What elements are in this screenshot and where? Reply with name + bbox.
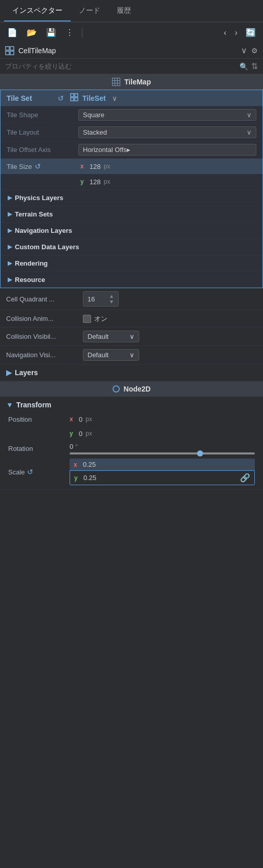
tab-history[interactable]: 履歴 [108, 1, 139, 21]
collision-visib-row: Collision Visibil... Default ∨ [0, 328, 263, 346]
terrain-sets-section[interactable]: ▶ Terrain Sets [1, 206, 262, 223]
scale-x-value[interactable]: 0.25 [83, 461, 96, 468]
tile-shape-dropdown[interactable]: Square ∨ [78, 109, 256, 121]
navigation-visi-value: Default ∨ [83, 349, 257, 361]
filter-icon[interactable]: ⇅ [251, 61, 258, 71]
custom-data-layers-section[interactable]: ▶ Custom Data Layers [1, 239, 262, 255]
layers-section[interactable]: ▶ Layers [0, 364, 263, 381]
tile-offset-axis-value: Horizontal Offs▸ [78, 144, 256, 156]
search-bar: 🔍 ⇅ [0, 59, 263, 74]
next-button[interactable]: › [232, 26, 240, 39]
resource-arrow: ▶ [8, 276, 12, 283]
tile-size-section: Tile Size ↺ x 128 px y 128 px [1, 159, 262, 190]
tile-size-x-unit: px [104, 163, 111, 170]
search-icon: 🔍 [239, 62, 248, 71]
tile-offset-axis-dropdown[interactable]: Horizontal Offs▸ [78, 144, 256, 156]
rotation-value[interactable]: 0 [70, 443, 73, 450]
scale-reset-icon[interactable]: ↺ [27, 468, 33, 476]
spinner-arrows: ▲▼ [109, 293, 114, 305]
link-icon[interactable]: 🔗 [240, 473, 250, 483]
prev-button[interactable]: ‹ [221, 26, 229, 39]
position-label: Position [8, 416, 70, 423]
tile-shape-label: Tile Shape [7, 111, 78, 119]
collision-anim-label: Collision Anim... [6, 315, 83, 322]
tile-size-y-value[interactable]: 128 [90, 178, 101, 186]
tileset-grid-icon [70, 93, 78, 103]
layers-header: ▶ Layers [6, 368, 257, 377]
menu-button[interactable]: ⋮ [62, 26, 77, 39]
terrain-sets-arrow: ▶ [8, 211, 12, 218]
svg-rect-0 [6, 47, 9, 50]
navigation-layers-section[interactable]: ▶ Navigation Layers [1, 223, 262, 239]
collision-anim-checkbox[interactable] [83, 315, 91, 323]
open-button[interactable]: 📂 [24, 26, 40, 39]
transform-arrow: ▼ [6, 401, 13, 409]
tileset-value: ↺ TileSet ∨ [58, 93, 256, 103]
layers-label: Layers [15, 368, 38, 377]
scale-x-row: x 0.25 [70, 459, 255, 470]
search-input[interactable] [5, 62, 236, 70]
tileset-name[interactable]: TileSet [82, 94, 106, 102]
rendering-arrow: ▶ [8, 260, 12, 267]
node-config-icon[interactable]: ⚙ [251, 47, 258, 55]
svg-rect-5 [75, 94, 78, 97]
position-y-row: y 0 px [6, 426, 257, 441]
cell-quadrant-label: Cell Quadrant ... [6, 295, 83, 303]
tile-size-y-unit: px [104, 178, 111, 185]
cell-quadrant-number: 16 [87, 295, 95, 303]
position-y-unit: px [85, 430, 92, 437]
rotation-thumb [197, 450, 203, 457]
tileset-reset-icon[interactable]: ↺ [58, 94, 64, 102]
tile-layout-text: Stacked [83, 128, 107, 136]
rendering-section[interactable]: ▶ Rendering [1, 255, 262, 272]
transform-header: ▼ Transform [6, 401, 257, 409]
tileset-panel: Tile Set ↺ TileSet ∨ Tile Shape Square ∨ [0, 90, 263, 288]
tilemap-title: TileMap [124, 78, 151, 86]
tile-size-y-label: y [80, 178, 86, 185]
tab-inspector[interactable]: インスペクター [4, 1, 71, 21]
collision-visib-arrow: ∨ [129, 333, 135, 340]
svg-rect-7 [75, 98, 78, 101]
node-name: CellTileMap [18, 47, 237, 55]
collision-visib-dropdown[interactable]: Default ∨ [83, 331, 139, 342]
collision-visib-text: Default [87, 333, 108, 340]
physics-layers-label: Physics Layers [15, 194, 63, 202]
cell-quadrant-spinner[interactable]: 16 ▲▼ [83, 291, 119, 307]
tile-layout-row: Tile Layout Stacked ∨ [1, 124, 262, 141]
navigation-visi-row: Navigation Visi... Default ∨ [0, 346, 263, 364]
navigation-layers-arrow: ▶ [8, 227, 12, 234]
svg-rect-3 [10, 51, 14, 55]
svg-rect-2 [6, 51, 9, 55]
scale-y-value[interactable]: 0.25 [83, 474, 96, 482]
tileset-dropdown-arrow[interactable]: ∨ [112, 94, 117, 102]
tile-size-y-row: y 128 px [1, 174, 262, 189]
tile-shape-arrow: ∨ [247, 111, 252, 119]
navigation-visi-dropdown[interactable]: Default ∨ [83, 349, 139, 361]
resource-section[interactable]: ▶ Resource [1, 272, 262, 288]
collision-visib-value: Default ∨ [83, 331, 257, 342]
settings-button[interactable]: 🔄 [243, 26, 259, 39]
custom-data-layers-arrow: ▶ [8, 244, 12, 250]
position-y-value[interactable]: 0 [79, 430, 82, 438]
physics-layers-section[interactable]: ▶ Physics Layers [1, 190, 262, 206]
navigation-visi-text: Default [87, 351, 108, 359]
tile-layout-dropdown[interactable]: Stacked ∨ [78, 126, 256, 138]
resource-label: Resource [15, 276, 45, 284]
node-dropdown-arrow[interactable]: ∨ [241, 46, 247, 55]
new-button[interactable]: 📄 [4, 26, 20, 39]
toolbar: 📄 📂 💾 ⋮ ‹ › 🔄 [0, 23, 263, 42]
tile-offset-axis-label: Tile Offset Axis [7, 146, 78, 154]
position-x-value[interactable]: 0 [79, 416, 82, 423]
navigation-layers-label: Navigation Layers [15, 227, 72, 234]
tab-node[interactable]: ノード [71, 1, 108, 21]
tile-size-x-value[interactable]: 128 [90, 163, 101, 170]
rotation-slider[interactable] [70, 452, 255, 454]
rotation-value-area: 0 ° [70, 443, 255, 454]
save-button[interactable]: 💾 [43, 26, 59, 39]
position-x-row: Position x 0 px [6, 412, 257, 426]
position-y-label: y [70, 430, 76, 437]
rotation-label: Rotation [8, 445, 70, 452]
scale-label: Scale [8, 468, 25, 476]
tile-layout-arrow: ∨ [247, 128, 252, 136]
tile-size-reset-icon[interactable]: ↺ [35, 162, 41, 170]
